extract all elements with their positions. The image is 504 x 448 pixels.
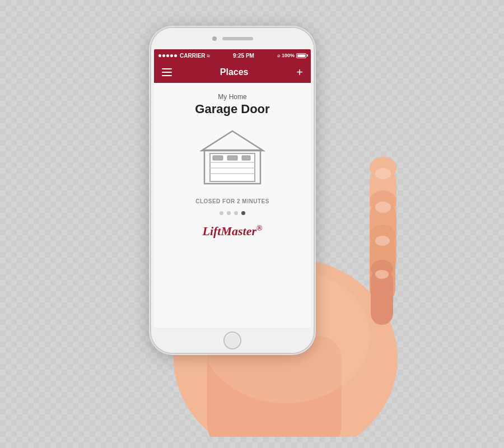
signal-dot-5	[174, 54, 177, 57]
location-label: My Home	[218, 93, 246, 101]
page-dot-3[interactable]	[234, 211, 238, 215]
speaker	[222, 37, 253, 40]
add-button[interactable]: +	[296, 67, 303, 78]
signal-dots	[158, 54, 177, 57]
hamburger-line-2	[162, 72, 172, 73]
phone-body: CARRIER ≈ 9:25 PM ⌕ 100%	[151, 28, 314, 353]
svg-rect-22	[242, 156, 250, 160]
carrier-label: CARRIER	[180, 53, 206, 59]
svg-point-14	[375, 202, 391, 213]
svg-point-16	[375, 270, 389, 279]
hamburger-line-1	[162, 68, 172, 69]
phone-screen: CARRIER ≈ 9:25 PM ⌕ 100%	[154, 49, 311, 328]
signal-dot-1	[158, 54, 161, 57]
door-status: CLOSED FOR 2 MINUTES	[195, 198, 269, 204]
home-button[interactable]	[223, 332, 241, 349]
page-dot-2[interactable]	[227, 211, 231, 215]
status-bar: CARRIER ≈ 9:25 PM ⌕ 100%	[154, 49, 311, 62]
signal-dot-3	[166, 54, 169, 57]
logo-registered: ®	[256, 224, 262, 232]
page-dot-4-active[interactable]	[241, 211, 245, 215]
scene: CARRIER ≈ 9:25 PM ⌕ 100%	[78, 11, 426, 437]
navigation-bar: Places +	[154, 62, 311, 83]
signal-dot-2	[162, 54, 165, 57]
svg-point-15	[375, 236, 390, 246]
wifi-icon: ≈	[207, 53, 211, 59]
bluetooth-icon: ⌕	[277, 53, 280, 58]
device-name: Garage Door	[195, 102, 269, 116]
signal-dot-4	[170, 54, 173, 57]
svg-point-13	[375, 168, 391, 179]
battery-icon	[296, 53, 306, 58]
logo-master: Master	[221, 224, 256, 238]
status-left: CARRIER ≈	[158, 53, 210, 59]
status-time: 9:25 PM	[233, 53, 254, 59]
battery-fill	[297, 54, 305, 57]
nav-title: Places	[220, 67, 249, 77]
hamburger-line-3	[162, 75, 172, 76]
menu-button[interactable]	[162, 68, 172, 76]
status-right: ⌕ 100%	[277, 53, 306, 58]
pagination-dots	[220, 211, 245, 215]
svg-marker-17	[202, 131, 263, 151]
phone-top-bar	[151, 28, 314, 49]
logo-lift: Lift	[202, 224, 221, 238]
garage-door-illustration[interactable]	[196, 125, 269, 187]
liftmaster-logo: LiftMaster®	[202, 224, 262, 238]
page-dot-1[interactable]	[220, 211, 223, 215]
app-content: My Home Garage Door	[154, 83, 311, 328]
camera	[212, 36, 217, 41]
liftmaster-logo-area: LiftMaster®	[202, 224, 262, 239]
svg-rect-20	[213, 156, 223, 160]
phone-frame: CARRIER ≈ 9:25 PM ⌕ 100%	[151, 28, 314, 353]
svg-rect-21	[227, 156, 237, 160]
phone-bottom-bar	[151, 328, 314, 353]
battery-percent: 100%	[282, 53, 295, 58]
